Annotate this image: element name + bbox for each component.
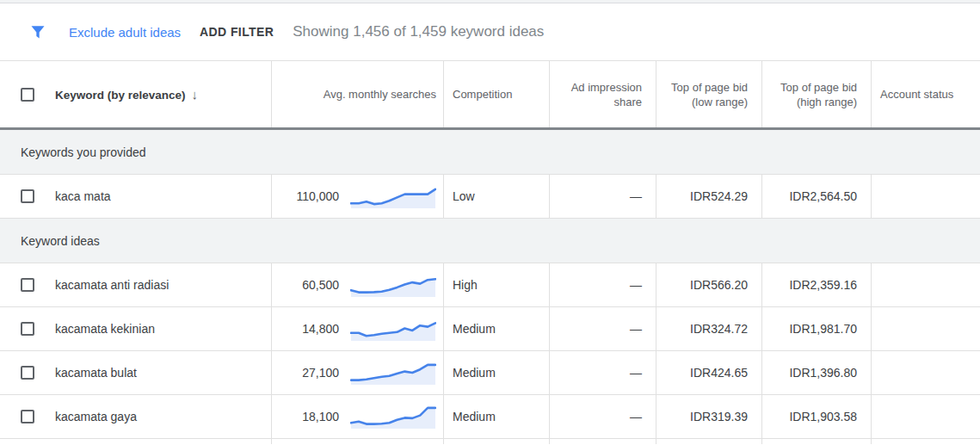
ad-impression-share-cell: — [550,175,656,218]
row-checkbox[interactable] [21,366,34,380]
keyword-cell: kacamata kekinian [0,307,272,350]
row-checkbox[interactable] [21,278,34,292]
competition-cell: Medium [444,395,550,438]
search-trend-sparkline[interactable] [350,317,436,341]
table-row-partial [0,439,980,444]
competition-cell: Medium [444,307,550,350]
top-bid-high-cell: IDR2,564.50 [762,175,872,218]
avg-monthly-searches-cell: 110,000 [272,175,444,218]
account-status-cell [872,175,980,218]
keyword-cell: kacamata anti radiasi [0,263,272,306]
top-bid-low-cell: IDR424.65 [656,351,762,394]
top-bid-high-cell: IDR1,981.70 [762,307,872,350]
table-row-kacamata-gaya: kacamata gaya 18,100 Medium — IDR319.39 … [0,395,980,439]
competition-cell: Medium [444,351,550,394]
section-label: Keyword ideas [21,234,100,248]
table-row-kaca-mata: kaca mata 110,000 Low — IDR524.29 IDR2,5… [0,175,980,219]
header-top-bid-high[interactable]: Top of page bid (high range) [762,61,872,127]
header-keyword-label: Keyword (by relevance)↓ [55,87,198,102]
account-status-cell [872,351,980,394]
keyword-cell: kaca mata [0,175,272,218]
top-bid-low-cell: IDR319.39 [656,395,762,438]
top-bid-low-cell: IDR524.29 [656,175,762,218]
keyword-cell: kacamata gaya [0,395,272,438]
ad-impression-share-cell: — [550,395,656,438]
header-ad-impression-share[interactable]: Ad impression share [550,61,656,127]
ad-impression-share-cell: — [550,307,656,350]
top-bid-high-cell: IDR1,396.80 [762,351,872,394]
keyword-text: kacamata kekinian [55,322,155,336]
table-row-kacamata-bulat: kacamata bulat 27,100 Medium — IDR424.65… [0,351,980,395]
keyword-text: kacamata anti radiasi [55,278,169,292]
keyword-text: kacamata bulat [55,366,137,380]
top-bid-low-cell: IDR324.72 [656,307,762,350]
ad-impression-share-cell: — [550,351,656,394]
header-competition[interactable]: Competition [444,61,550,127]
filter-icon[interactable] [29,23,46,40]
account-status-cell [872,307,980,350]
section-keyword-ideas: Keyword ideas [0,219,980,263]
avg-monthly-searches-cell: 60,500 [272,263,444,306]
search-trend-sparkline[interactable] [350,405,436,429]
table-row-kacamata-anti-radiasi: kacamata anti radiasi 60,500 High — IDR5… [0,263,980,307]
avg-monthly-searches-cell: 27,100 [272,351,444,394]
section-label: Keywords you provided [21,145,146,159]
top-bid-low-cell: IDR566.20 [656,263,762,306]
row-checkbox[interactable] [21,189,34,203]
keyword-text: kacamata gaya [55,410,137,423]
exclude-adult-ideas-link[interactable]: Exclude adult ideas [69,25,181,40]
keyword-planner-panel: Exclude adult ideas ADD FILTER Showing 1… [0,0,980,445]
table-header: Keyword (by relevance)↓ Avg. monthly sea… [0,61,980,130]
account-status-cell [872,263,980,306]
row-checkbox[interactable] [21,322,34,336]
add-filter-button[interactable]: ADD FILTER [200,25,274,39]
header-top-bid-low[interactable]: Top of page bid (low range) [656,61,762,127]
top-bid-high-cell: IDR1,903.58 [762,395,872,438]
search-trend-sparkline[interactable] [350,184,436,208]
search-trend-sparkline[interactable] [350,361,436,385]
top-bid-high-cell: IDR2,359.16 [762,263,872,306]
section-keywords-you-provided: Keywords you provided [0,130,980,175]
ad-impression-share-cell: — [550,263,656,306]
sort-arrow-down-icon: ↓ [192,87,199,102]
select-all-checkbox[interactable] [21,88,34,102]
row-checkbox[interactable] [21,410,34,423]
keyword-text: kaca mata [55,189,111,203]
showing-count-text: Showing 1,456 of 1,459 keyword ideas [293,23,544,40]
keyword-cell: kacamata bulat [0,351,272,394]
avg-monthly-searches-cell: 18,100 [272,395,444,438]
avg-monthly-searches-cell: 14,800 [272,307,444,350]
header-keyword[interactable]: Keyword (by relevance)↓ [0,61,272,127]
competition-cell: High [444,263,550,306]
search-trend-sparkline[interactable] [350,273,436,297]
filter-bar: Exclude adult ideas ADD FILTER Showing 1… [0,3,980,61]
table-row-kacamata-kekinian: kacamata kekinian 14,800 Medium — IDR324… [0,307,980,351]
header-account-status[interactable]: Account status [872,61,980,127]
competition-cell: Low [444,175,550,218]
header-avg-monthly-searches[interactable]: Avg. monthly searches [272,61,444,127]
account-status-cell [872,395,980,438]
